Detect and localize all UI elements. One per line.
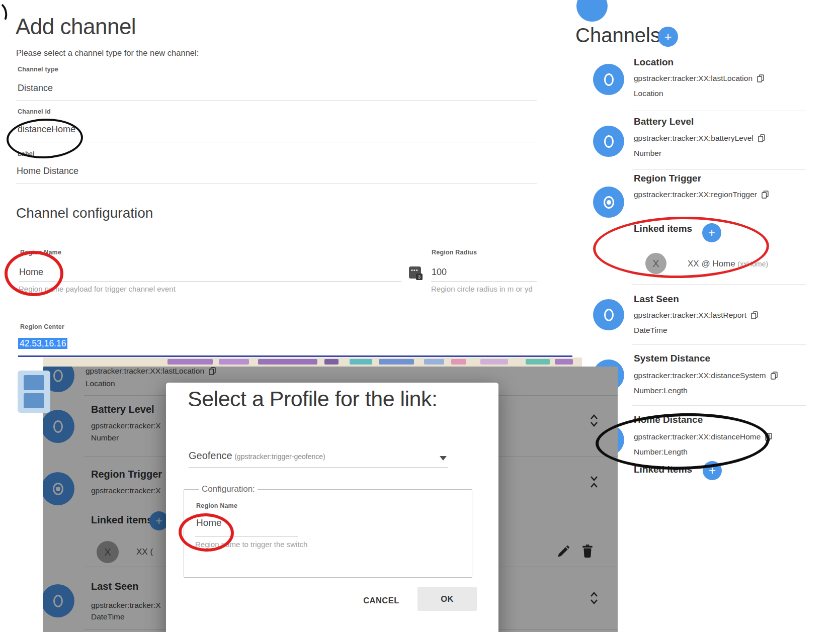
channel-uid-row: gpstracker:tracker:XX:lastLocation	[634, 74, 764, 83]
annotation-ellipse-linked-item	[593, 215, 770, 280]
channel-title: Location	[634, 57, 674, 68]
channel-title: Last Seen	[634, 294, 679, 305]
map-zoom-out-button[interactable]	[24, 393, 44, 408]
divider	[632, 405, 806, 406]
map-zoom-widget[interactable]	[18, 371, 50, 413]
add-channel-button[interactable]: +	[658, 27, 678, 47]
divider	[431, 281, 537, 282]
channel-title: System Distance	[634, 353, 710, 364]
channel-uid-row: gpstracker:tracker:XX:batteryLevel	[634, 134, 765, 143]
channel-icon-location	[593, 64, 624, 95]
region-radius-label: Region Radius	[432, 249, 477, 256]
profile-name: Geofence	[189, 450, 232, 461]
channel-id-label: Channel id	[18, 108, 51, 115]
divider	[632, 111, 806, 111]
copy-icon[interactable]	[771, 372, 778, 380]
region-radius-hint: Region circle radius in m or yd	[431, 285, 533, 293]
channel-type: Location	[634, 89, 663, 98]
fieldset-legend: Configuration:	[199, 484, 258, 494]
profile-select[interactable]: Geofence (gpstracker:trigger-geofence)	[189, 450, 325, 462]
dialog-region-name-label: Region Name	[196, 502, 237, 509]
channel-uid: gpstracker:tracker:XX:batteryLevel	[634, 134, 753, 143]
page-subtitle: Please select a channel type for the new…	[16, 48, 199, 58]
divider	[16, 142, 537, 142]
channel-type: Number	[634, 149, 661, 158]
dialog-title: Select a Profile for the link:	[188, 387, 437, 411]
region-center-label: Region Center	[20, 323, 64, 330]
extension-dots: •••	[411, 267, 418, 273]
divider	[16, 183, 537, 184]
annotation-ellipse-region-name	[5, 251, 63, 296]
channel-type: Number:Length	[634, 386, 688, 395]
divider	[632, 169, 806, 170]
channel-title: Battery Level	[634, 116, 694, 127]
selected-text: 42.53,16.16	[18, 338, 67, 349]
channel-icon-battery	[593, 126, 624, 157]
channel-title: Region Trigger	[634, 173, 701, 184]
channel-uid: gpstracker:tracker:XX:lastReport	[634, 311, 746, 320]
label-field-input[interactable]: Home Distance	[17, 166, 78, 176]
channel-uid-row: gpstracker:tracker:XX:distanceSystem	[634, 371, 778, 380]
state-channel-glyph	[604, 135, 614, 148]
copy-icon[interactable]	[762, 191, 769, 199]
channel-type: DateTime	[634, 326, 667, 335]
divider	[19, 281, 401, 282]
channel-uid: gpstracker:tracker:XX:lastLocation	[634, 74, 752, 83]
region-radius-input[interactable]: 100	[432, 267, 447, 278]
channel-icon-region-trigger	[593, 187, 624, 218]
cancel-button[interactable]: CANCEL	[356, 593, 406, 608]
annotation-ellipse-channel-id	[6, 117, 84, 159]
state-channel-glyph	[604, 309, 614, 321]
extension-badge: 3	[416, 274, 423, 280]
divider	[632, 344, 806, 345]
extension-icon[interactable]: ••• 3	[409, 266, 421, 279]
divider	[16, 100, 537, 101]
channel-type-select[interactable]: Distance	[18, 83, 53, 94]
channels-heading: Channels	[575, 24, 660, 47]
annotation-ellipse-home-distance	[595, 411, 771, 472]
partial-circle-top	[576, 0, 608, 22]
map-strip	[43, 357, 582, 367]
copy-icon[interactable]	[751, 311, 758, 319]
copy-icon[interactable]	[757, 74, 764, 82]
page-title: Add channel	[16, 14, 136, 39]
app-root: Add channel Please select a channel type…	[0, 0, 840, 632]
channel-uid-row: gpstracker:tracker:XX:lastReport	[634, 311, 758, 320]
profile-dialog: Select a Profile for the link: Geofence …	[166, 383, 498, 632]
channel-icon-last-seen	[593, 299, 624, 330]
region-center-input[interactable]: 42.53,16.16	[18, 338, 67, 349]
channel-uid: gpstracker:tracker:XX:regionTrigger	[634, 190, 757, 199]
state-channel-glyph	[604, 73, 614, 86]
dropdown-arrow-icon[interactable]	[440, 456, 447, 461]
channel-type-label: Channel type	[18, 66, 58, 73]
divider	[189, 467, 448, 468]
trigger-channel-glyph	[604, 196, 614, 209]
divider	[632, 284, 806, 285]
ok-button[interactable]: OK	[417, 587, 477, 611]
profile-uid: (gpstracker:trigger-geofence)	[234, 453, 325, 461]
channel-uid-row: gpstracker:tracker:XX:regionTrigger	[634, 190, 769, 199]
map-zoom-in-button[interactable]	[24, 375, 44, 390]
copy-icon[interactable]	[758, 134, 765, 142]
annotation-arc-corner	[0, 1, 9, 26]
config-heading: Channel configuration	[16, 205, 153, 221]
focused-underline	[18, 355, 572, 357]
channel-uid: gpstracker:tracker:XX:distanceSystem	[634, 371, 766, 380]
